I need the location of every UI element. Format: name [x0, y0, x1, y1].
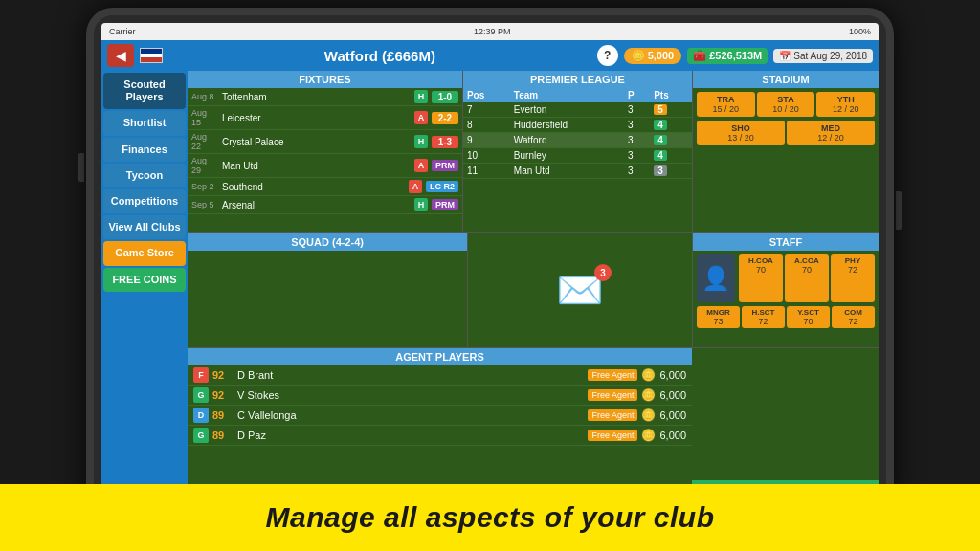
sidebar-item-free-coins[interactable]: FREE COINS — [103, 268, 186, 292]
fixture-date: Aug 15 — [191, 108, 218, 127]
row-pos: 9 — [463, 133, 510, 148]
fixture-ha-h: H — [414, 90, 428, 103]
agent-row: G 92 V Stokes Free Agent 🪙 6,000 — [188, 386, 692, 406]
sta-label: STA — [760, 95, 813, 104]
player-cost: 6,000 — [659, 369, 686, 381]
main-layout: Scouted Players Shortlist Finances Tycoo… — [101, 71, 879, 509]
tra-label: TRA — [700, 95, 752, 104]
free-agent-badge: Free Agent — [588, 369, 637, 381]
player-name: V Stokes — [237, 389, 584, 401]
fixture-score: LC R2 — [426, 181, 458, 192]
row-pos: 8 — [463, 118, 510, 133]
fixture-date: Sep 2 — [191, 182, 218, 191]
acoa-label: A.COA — [787, 256, 827, 265]
squad-header: SQUAD (4-2-4) — [188, 233, 467, 251]
back-button[interactable]: ◀ — [107, 44, 134, 67]
staff-ysct: Y.SCT 70 — [787, 306, 830, 328]
sidebar-item-shortlist[interactable]: Shortlist — [103, 111, 186, 135]
acoa-value: 70 — [787, 265, 827, 275]
agent-row: G 89 D Paz Free Agent 🪙 6,000 — [188, 426, 692, 446]
staff-hcoa: H.COA 70 — [739, 254, 783, 302]
sidebar-item-view-all-clubs[interactable]: View All Clubs — [103, 215, 186, 239]
league-panel: PREMIER LEAGUE Pos Team P Pts — [462, 71, 692, 232]
sidebar-item-game-store[interactable]: Game Store — [103, 241, 186, 265]
player-rating: 92 — [212, 389, 234, 401]
row-pts: 4 — [650, 148, 692, 164]
sidebar-item-scouted-players[interactable]: Scouted Players — [103, 73, 186, 109]
row-team: Burnley — [510, 148, 624, 164]
fixture-ha-a: A — [409, 180, 422, 193]
fixture-team: Tottenham — [222, 92, 411, 102]
tra-value: 15 / 20 — [700, 104, 752, 114]
row-pts: 4 — [650, 133, 692, 148]
fixture-row: Aug 22 Crystal Palace H 1-3 — [188, 130, 462, 154]
staff-com: COM 72 — [832, 306, 875, 328]
fixture-row: Sep 2 Southend A LC R2 — [188, 178, 462, 196]
fixture-ha-h: H — [414, 198, 428, 211]
fixtures-panel: FIXTURES Aug 8 Tottenham H 1-0 Aug 15 Le… — [188, 71, 462, 232]
pos-badge-g: G — [193, 428, 209, 443]
row-pos: 10 — [463, 148, 510, 164]
hsct-label: H.SCT — [744, 308, 783, 317]
coin-icon: 🪙 — [641, 388, 656, 402]
staff-hsct: H.SCT 72 — [742, 306, 785, 328]
fixture-row: Sep 5 Arsenal H PRM — [188, 196, 462, 214]
staff-phy: PHY 72 — [831, 254, 875, 302]
row-team: Everton — [510, 102, 624, 118]
med-label: MED — [790, 123, 872, 133]
top-nav: ◀ Watford (£666M) ? 🪙 5,000 🧰 £526,513M … — [101, 40, 879, 71]
agent-row: F 92 D Brant Free Agent 🪙 6,000 — [188, 365, 692, 386]
fixture-ha-h: H — [414, 135, 428, 148]
calendar-icon: 📅 — [779, 51, 791, 61]
squad-panel: SQUAD (4-2-4) — [188, 233, 467, 347]
sidebar-item-finances[interactable]: Finances — [103, 138, 186, 162]
battery-label: 100% — [849, 27, 871, 36]
row-team: Man Utd — [510, 164, 624, 179]
com-label: COM — [834, 308, 873, 317]
yth-value: 12 / 20 — [819, 104, 872, 114]
banner-text: Manage all aspects of your club — [266, 501, 715, 534]
stadium-grid-top: TRA 15 / 20 STA 10 / 20 YTH 12 / 20 — [693, 88, 879, 121]
flag-icon — [140, 48, 163, 63]
sidebar-item-tycoon[interactable]: Tycoon — [103, 164, 186, 187]
fixture-team: Arsenal — [222, 200, 411, 210]
fixtures-header: FIXTURES — [188, 71, 462, 88]
coin-icon: 🪙 — [641, 408, 656, 422]
sho-value: 13 / 20 — [700, 133, 782, 143]
pos-badge-f: F — [193, 367, 209, 383]
player-rating: 89 — [212, 409, 234, 421]
col-pts: Pts — [650, 88, 692, 102]
stadium-header: STADIUM — [693, 71, 879, 88]
col-pos: Pos — [463, 88, 510, 102]
manager-avatar: 👤 — [697, 254, 735, 302]
coin-icon: 🪙 — [641, 429, 656, 442]
league-row: 11 Man Utd 3 3 — [463, 164, 692, 179]
help-button[interactable]: ? — [597, 45, 618, 66]
player-cost: 6,000 — [659, 409, 686, 421]
sta-value: 10 / 20 — [760, 104, 813, 114]
stadium-grid-bottom: SHO 13 / 20 MED 12 / 20 — [693, 121, 879, 149]
staff-mngr: MNGR 73 — [697, 306, 740, 328]
stadium-yth: YTH 12 / 20 — [816, 92, 875, 117]
fixture-date: Aug 8 — [191, 92, 218, 101]
fixture-score: PRM — [432, 160, 458, 171]
side-button-right — [896, 191, 902, 230]
stadium-sho: SHO 13 / 20 — [697, 121, 785, 145]
free-agent-badge: Free Agent — [588, 409, 637, 421]
league-row: 8 Huddersfield 3 4 — [463, 118, 692, 133]
fixture-score: 1-3 — [432, 136, 458, 148]
player-rating: 89 — [212, 430, 234, 441]
date-badge: 📅 Sat Aug 29, 2018 — [773, 49, 873, 63]
stadium-panel: STADIUM TRA 15 / 20 STA 10 / 20 — [692, 71, 879, 232]
row-pos: 7 — [463, 102, 510, 118]
med-value: 12 / 20 — [790, 133, 872, 143]
row-team: Watford — [510, 133, 624, 148]
sidebar-item-competitions[interactable]: Competitions — [103, 189, 186, 213]
fixture-team: Man Utd — [222, 161, 411, 171]
fixture-score: PRM — [432, 199, 458, 210]
player-cost: 6,000 — [659, 389, 686, 401]
fixture-team: Leicester — [222, 113, 411, 123]
email-button[interactable]: ✉️ 3 — [556, 268, 604, 313]
pos-badge-d: D — [193, 408, 209, 423]
device-screen: Carrier 12:39 PM 100% ◀ Watford (£666M) … — [101, 23, 879, 509]
